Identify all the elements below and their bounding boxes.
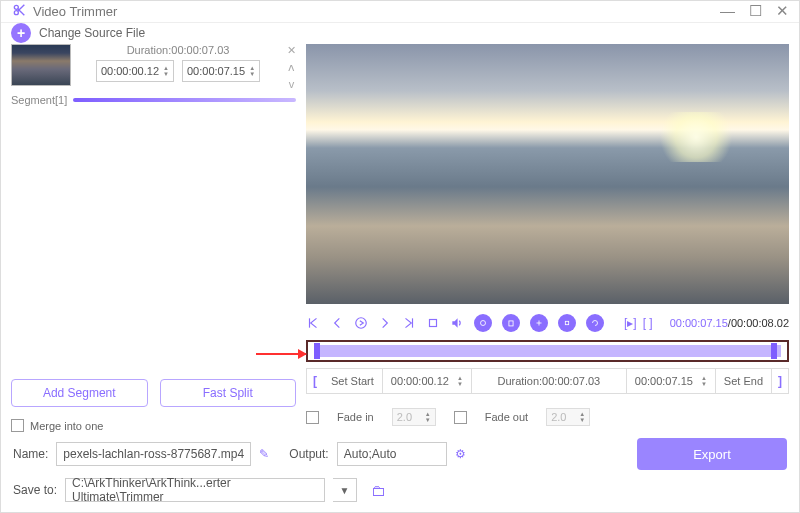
segment-progress-bar: [73, 98, 296, 102]
add-icon[interactable]: [530, 314, 548, 332]
segment-thumbnail[interactable]: [11, 44, 71, 86]
set-end-bracket-icon[interactable]: ]: [772, 374, 788, 388]
trim-start-input[interactable]: 00:00:00.12 ▲▼: [383, 369, 472, 393]
merge-label: Merge into one: [30, 420, 103, 432]
right-panel: [▸] [ ] 00:00:07.15/00:00:08.02 [ Set St…: [306, 44, 789, 432]
timeline-start-handle[interactable]: [314, 343, 320, 359]
callout-arrow: [256, 353, 306, 355]
svg-rect-7: [430, 320, 437, 327]
segment-duration-label: Duration:00:00:07.03: [127, 44, 230, 56]
set-end-button[interactable]: Set End: [716, 369, 772, 393]
fast-split-button[interactable]: Fast Split: [160, 379, 297, 407]
timeline-end-handle[interactable]: [771, 343, 777, 359]
fade-in-input[interactable]: 2.0 ▲▼: [392, 408, 436, 426]
move-down-icon[interactable]: v: [289, 78, 295, 90]
titlebar: Video Trimmer — ☐ ✕: [1, 1, 799, 23]
main-area: Duration:00:00:07.03 00:00:00.12 ▲▼ 00:0…: [1, 44, 799, 432]
svg-point-9: [481, 321, 486, 326]
maximize-button[interactable]: ☐: [749, 2, 762, 20]
trim-duration-label: Duration:00:00:07.03: [472, 369, 627, 393]
timeline[interactable]: [306, 340, 789, 362]
spinner-icon[interactable]: ▲▼: [425, 411, 431, 423]
output-input[interactable]: Auto;Auto: [337, 442, 447, 466]
minimize-button[interactable]: —: [720, 2, 735, 20]
refresh-icon[interactable]: [586, 314, 604, 332]
playback-bar: [▸] [ ] 00:00:07.15/00:00:08.02: [306, 308, 789, 338]
app-icon: [11, 2, 27, 21]
segment-panel: Duration:00:00:07.03 00:00:00.12 ▲▼ 00:0…: [11, 44, 296, 90]
open-folder-icon[interactable]: 🗀: [371, 482, 386, 499]
export-button[interactable]: Export: [637, 438, 787, 470]
fade-out-checkbox[interactable]: [454, 411, 467, 424]
save-path-dropdown[interactable]: ▼: [333, 478, 357, 502]
video-preview[interactable]: [306, 44, 789, 304]
next-frame-icon[interactable]: [378, 316, 392, 330]
spinner-icon[interactable]: ▲▼: [701, 375, 707, 387]
save-path-input[interactable]: C:\ArkThinker\ArkThink...erter Ultimate\…: [65, 478, 325, 502]
delete-icon[interactable]: [502, 314, 520, 332]
playback-time: 00:00:07.15/00:00:08.02: [670, 317, 789, 329]
skip-end-icon[interactable]: [402, 316, 416, 330]
add-source-button[interactable]: +: [11, 23, 31, 43]
trim-controls: [ Set Start 00:00:00.12 ▲▼ Duration:00:0…: [306, 368, 789, 394]
copy-icon[interactable]: [558, 314, 576, 332]
name-label: Name:: [13, 447, 48, 461]
move-up-icon[interactable]: ʌ: [288, 61, 295, 74]
spinner-icon[interactable]: ▲▼: [163, 65, 169, 77]
save-to-label: Save to:: [13, 483, 57, 497]
set-start-bracket-icon[interactable]: [: [307, 374, 323, 388]
name-input[interactable]: pexels-lachlan-ross-8775687.mp4: [56, 442, 251, 466]
trim-end-input[interactable]: 00:00:07.15 ▲▼: [627, 369, 716, 393]
left-panel: Duration:00:00:07.03 00:00:00.12 ▲▼ 00:0…: [11, 44, 296, 432]
mark-in-icon[interactable]: [▸]: [624, 316, 637, 330]
fade-out-label: Fade out: [485, 411, 528, 423]
svg-point-5: [356, 318, 367, 329]
bottom-panel: Name: pexels-lachlan-ross-8775687.mp4 ✎ …: [1, 432, 799, 512]
app-title: Video Trimmer: [33, 4, 117, 19]
fade-in-label: Fade in: [337, 411, 374, 423]
edit-icon[interactable]: ✎: [259, 447, 269, 461]
prev-frame-icon[interactable]: [330, 316, 344, 330]
play-icon[interactable]: [354, 316, 368, 330]
segment-end-input[interactable]: 00:00:07.15 ▲▼: [182, 60, 260, 82]
change-source-label[interactable]: Change Source File: [39, 26, 145, 40]
snapshot-icon[interactable]: [474, 314, 492, 332]
segment-start-input[interactable]: 00:00:00.12 ▲▼: [96, 60, 174, 82]
remove-segment-icon[interactable]: ✕: [287, 44, 296, 57]
add-segment-button[interactable]: Add Segment: [11, 379, 148, 407]
spinner-icon[interactable]: ▲▼: [457, 375, 463, 387]
stop-icon[interactable]: [426, 316, 440, 330]
svg-rect-10: [509, 321, 513, 326]
svg-rect-13: [565, 321, 568, 324]
gear-icon[interactable]: ⚙: [455, 447, 466, 461]
segment-label: Segment[1]: [11, 94, 67, 106]
output-label: Output:: [289, 447, 328, 461]
volume-icon[interactable]: [450, 316, 464, 330]
close-button[interactable]: ✕: [776, 2, 789, 20]
spinner-icon[interactable]: ▲▼: [579, 411, 585, 423]
set-start-button[interactable]: Set Start: [323, 369, 383, 393]
mark-out-icon[interactable]: [ ]: [643, 316, 653, 330]
toolbar: + Change Source File: [1, 23, 799, 44]
fade-in-checkbox[interactable]: [306, 411, 319, 424]
fade-controls: Fade in 2.0 ▲▼ Fade out 2.0 ▲▼: [306, 402, 789, 432]
fade-out-input[interactable]: 2.0 ▲▼: [546, 408, 590, 426]
app-window: Video Trimmer — ☐ ✕ + Change Source File…: [0, 0, 800, 513]
merge-checkbox[interactable]: [11, 419, 24, 432]
svg-marker-8: [452, 318, 457, 327]
spinner-icon[interactable]: ▲▼: [249, 65, 255, 77]
skip-start-icon[interactable]: [306, 316, 320, 330]
